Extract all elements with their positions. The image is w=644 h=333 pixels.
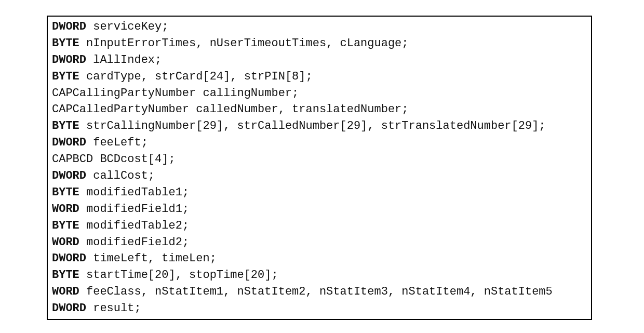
keyword: DWORD — [52, 302, 86, 315]
code-line: WORD modifiedField1; — [52, 201, 587, 218]
code-line: BYTE startTime[20], stopTime[20]; — [52, 267, 587, 284]
code-text: modifiedField1; — [79, 203, 189, 216]
code-line: BYTE strCallingNumber[29], strCalledNumb… — [52, 118, 587, 135]
code-line: CAPCallingPartyNumber callingNumber; — [52, 85, 587, 102]
code-line: BYTE nInputErrorTimes, nUserTimeoutTimes… — [52, 35, 587, 52]
code-line: CAPBCD BCDcost[4]; — [52, 151, 587, 168]
code-box: DWORD serviceKey; BYTE nInputErrorTimes,… — [47, 16, 592, 320]
code-text: cardType, strCard[24], strPIN[8]; — [79, 70, 313, 83]
code-text: result; — [86, 302, 141, 315]
keyword: DWORD — [52, 169, 86, 182]
keyword: BYTE — [52, 219, 79, 232]
code-line: DWORD lAllIndex; — [52, 52, 587, 69]
keyword: DWORD — [52, 136, 86, 149]
keyword: DWORD — [52, 54, 86, 66]
code-line: WORD feeClass, nStatItem1, nStatItem2, n… — [52, 284, 587, 300]
code-text: timeLeft, timeLen; — [86, 252, 217, 265]
code-line: WORD modifiedField2; — [52, 234, 587, 251]
keyword: BYTE — [52, 37, 79, 50]
code-text: CAPBCD BCDcost[4]; — [52, 153, 176, 166]
code-text: modifiedTable2; — [79, 219, 189, 232]
code-line: DWORD timeLeft, timeLen; — [52, 250, 587, 267]
code-text: modifiedTable1; — [79, 186, 189, 199]
code-line: BYTE cardType, strCard[24], strPIN[8]; — [52, 69, 587, 85]
code-line: CAPCalledPartyNumber calledNumber, trans… — [52, 101, 587, 118]
keyword: BYTE — [52, 70, 79, 83]
code-text: CAPCalledPartyNumber calledNumber, trans… — [52, 103, 409, 116]
code-text: startTime[20], stopTime[20]; — [79, 269, 278, 282]
code-text: callCost; — [86, 169, 155, 182]
keyword: BYTE — [52, 186, 79, 199]
keyword: BYTE — [52, 119, 79, 132]
keyword: DWORD — [52, 20, 86, 33]
code-text: modifiedField2; — [79, 236, 189, 249]
keyword: WORD — [52, 203, 79, 216]
code-text: feeClass, nStatItem1, nStatItem2, nStatI… — [79, 285, 553, 298]
code-text: serviceKey; — [86, 20, 168, 33]
code-line: BYTE modifiedTable1; — [52, 184, 587, 201]
code-line: BYTE modifiedTable2; — [52, 218, 587, 234]
keyword: BYTE — [52, 269, 79, 282]
code-text: strCallingNumber[29], strCalledNumber[29… — [79, 119, 546, 132]
keyword: WORD — [52, 285, 79, 298]
code-line: DWORD result; — [52, 300, 587, 317]
code-text: feeLeft; — [86, 136, 148, 149]
code-text: lAllIndex; — [86, 54, 162, 66]
code-line: DWORD serviceKey; — [52, 19, 587, 35]
keyword: DWORD — [52, 252, 86, 265]
code-line: DWORD callCost; — [52, 168, 587, 184]
code-text: CAPCallingPartyNumber callingNumber; — [52, 87, 299, 100]
code-text: nInputErrorTimes, nUserTimeoutTimes, cLa… — [79, 37, 409, 50]
keyword: WORD — [52, 236, 79, 249]
code-line: DWORD feeLeft; — [52, 135, 587, 151]
